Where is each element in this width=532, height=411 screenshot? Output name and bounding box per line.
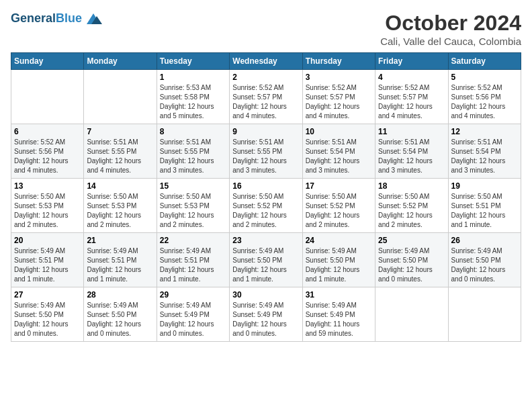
day-info: Sunrise: 5:52 AM Sunset: 5:57 PM Dayligh… — [232, 83, 299, 121]
day-info: Sunrise: 5:51 AM Sunset: 5:54 PM Dayligh… — [451, 138, 518, 175]
day-number: 27 — [14, 290, 81, 300]
day-number: 5 — [451, 73, 518, 82]
calendar-header-row: SundayMondayTuesdayWednesdayThursdayFrid… — [11, 53, 521, 70]
calendar-cell: 16Sunrise: 5:50 AM Sunset: 5:52 PM Dayli… — [230, 179, 302, 233]
calendar-cell — [84, 70, 157, 124]
day-info: Sunrise: 5:51 AM Sunset: 5:54 PM Dayligh… — [378, 138, 445, 175]
calendar-cell: 6Sunrise: 5:52 AM Sunset: 5:56 PM Daylig… — [11, 124, 84, 179]
day-number: 2 — [232, 73, 299, 82]
calendar-week-row: 13Sunrise: 5:50 AM Sunset: 5:53 PM Dayli… — [11, 179, 521, 233]
day-info: Sunrise: 5:50 AM Sunset: 5:52 PM Dayligh… — [232, 192, 299, 230]
day-info: Sunrise: 5:50 AM Sunset: 5:53 PM Dayligh… — [87, 192, 153, 230]
calendar-cell: 10Sunrise: 5:51 AM Sunset: 5:54 PM Dayli… — [302, 124, 375, 179]
logo-text: GeneralBlue — [11, 12, 82, 26]
day-number: 10 — [306, 127, 372, 136]
day-info: Sunrise: 5:49 AM Sunset: 5:50 PM Dayligh… — [451, 246, 518, 284]
day-number: 6 — [14, 127, 81, 136]
calendar-cell: 15Sunrise: 5:50 AM Sunset: 5:53 PM Dayli… — [157, 179, 229, 233]
calendar-cell: 31Sunrise: 5:49 AM Sunset: 5:49 PM Dayli… — [302, 287, 375, 342]
day-number: 1 — [160, 73, 226, 82]
location-title: Cali, Valle del Cauca, Colombia — [380, 36, 521, 47]
calendar-cell: 9Sunrise: 5:51 AM Sunset: 5:55 PM Daylig… — [230, 124, 302, 179]
day-info: Sunrise: 5:52 AM Sunset: 5:57 PM Dayligh… — [378, 83, 445, 121]
calendar-cell: 20Sunrise: 5:49 AM Sunset: 5:51 PM Dayli… — [11, 233, 84, 287]
calendar-cell — [11, 70, 84, 124]
calendar-cell: 2Sunrise: 5:52 AM Sunset: 5:57 PM Daylig… — [230, 70, 302, 124]
day-number: 23 — [232, 236, 299, 245]
day-header-sunday: Sunday — [11, 53, 84, 70]
day-header-thursday: Thursday — [302, 53, 375, 70]
day-number: 4 — [378, 73, 445, 82]
day-number: 25 — [378, 236, 445, 245]
month-title: October 2024 — [380, 11, 521, 36]
day-info: Sunrise: 5:49 AM Sunset: 5:50 PM Dayligh… — [378, 246, 445, 284]
calendar-week-row: 27Sunrise: 5:49 AM Sunset: 5:50 PM Dayli… — [11, 287, 521, 342]
day-info: Sunrise: 5:51 AM Sunset: 5:55 PM Dayligh… — [160, 138, 226, 175]
calendar-cell: 25Sunrise: 5:49 AM Sunset: 5:50 PM Dayli… — [375, 233, 448, 287]
day-info: Sunrise: 5:52 AM Sunset: 5:56 PM Dayligh… — [451, 83, 518, 121]
day-info: Sunrise: 5:49 AM Sunset: 5:50 PM Dayligh… — [14, 301, 81, 338]
calendar-cell: 7Sunrise: 5:51 AM Sunset: 5:55 PM Daylig… — [84, 124, 157, 179]
day-info: Sunrise: 5:52 AM Sunset: 5:56 PM Dayligh… — [14, 138, 81, 175]
day-number: 3 — [306, 73, 372, 82]
day-info: Sunrise: 5:50 AM Sunset: 5:52 PM Dayligh… — [378, 192, 445, 230]
calendar-cell: 8Sunrise: 5:51 AM Sunset: 5:55 PM Daylig… — [157, 124, 229, 179]
calendar-cell: 19Sunrise: 5:50 AM Sunset: 5:51 PM Dayli… — [448, 179, 521, 233]
day-header-wednesday: Wednesday — [230, 53, 302, 70]
day-info: Sunrise: 5:53 AM Sunset: 5:58 PM Dayligh… — [160, 83, 226, 121]
day-number: 26 — [451, 236, 518, 245]
calendar-cell: 5Sunrise: 5:52 AM Sunset: 5:56 PM Daylig… — [448, 70, 521, 124]
day-number: 12 — [451, 127, 518, 136]
calendar-cell — [375, 287, 448, 342]
day-info: Sunrise: 5:51 AM Sunset: 5:55 PM Dayligh… — [87, 138, 153, 175]
day-header-monday: Monday — [84, 53, 157, 70]
day-info: Sunrise: 5:49 AM Sunset: 5:49 PM Dayligh… — [232, 301, 299, 338]
calendar-cell: 17Sunrise: 5:50 AM Sunset: 5:52 PM Dayli… — [302, 179, 375, 233]
day-info: Sunrise: 5:49 AM Sunset: 5:50 PM Dayligh… — [87, 301, 153, 338]
calendar: SundayMondayTuesdayWednesdayThursdayFrid… — [11, 52, 521, 342]
day-header-tuesday: Tuesday — [157, 53, 229, 70]
calendar-cell — [448, 287, 521, 342]
day-info: Sunrise: 5:50 AM Sunset: 5:51 PM Dayligh… — [451, 192, 518, 230]
calendar-week-row: 1Sunrise: 5:53 AM Sunset: 5:58 PM Daylig… — [11, 70, 521, 124]
calendar-week-row: 6Sunrise: 5:52 AM Sunset: 5:56 PM Daylig… — [11, 124, 521, 179]
day-info: Sunrise: 5:50 AM Sunset: 5:53 PM Dayligh… — [160, 192, 226, 230]
day-info: Sunrise: 5:49 AM Sunset: 5:49 PM Dayligh… — [160, 301, 226, 338]
day-number: 21 — [87, 236, 153, 245]
day-number: 16 — [232, 181, 299, 191]
day-number: 13 — [14, 181, 81, 191]
calendar-cell: 3Sunrise: 5:52 AM Sunset: 5:57 PM Daylig… — [302, 70, 375, 124]
calendar-cell: 21Sunrise: 5:49 AM Sunset: 5:51 PM Dayli… — [84, 233, 157, 287]
day-info: Sunrise: 5:49 AM Sunset: 5:50 PM Dayligh… — [232, 246, 299, 284]
day-number: 31 — [306, 290, 372, 300]
calendar-cell: 27Sunrise: 5:49 AM Sunset: 5:50 PM Dayli… — [11, 287, 84, 342]
calendar-cell: 30Sunrise: 5:49 AM Sunset: 5:49 PM Dayli… — [230, 287, 302, 342]
day-number: 28 — [87, 290, 153, 300]
day-number: 17 — [306, 181, 372, 191]
day-header-saturday: Saturday — [448, 53, 521, 70]
day-number: 18 — [378, 181, 445, 191]
day-number: 7 — [87, 127, 153, 136]
day-info: Sunrise: 5:50 AM Sunset: 5:53 PM Dayligh… — [14, 192, 81, 230]
title-area: October 2024 Cali, Valle del Cauca, Colo… — [380, 11, 521, 47]
logo-icon — [83, 11, 103, 27]
day-info: Sunrise: 5:51 AM Sunset: 5:55 PM Dayligh… — [232, 138, 299, 175]
calendar-cell: 28Sunrise: 5:49 AM Sunset: 5:50 PM Dayli… — [84, 287, 157, 342]
day-info: Sunrise: 5:51 AM Sunset: 5:54 PM Dayligh… — [306, 138, 372, 175]
day-info: Sunrise: 5:49 AM Sunset: 5:51 PM Dayligh… — [87, 246, 153, 284]
day-number: 8 — [160, 127, 226, 136]
calendar-cell: 18Sunrise: 5:50 AM Sunset: 5:52 PM Dayli… — [375, 179, 448, 233]
day-info: Sunrise: 5:49 AM Sunset: 5:50 PM Dayligh… — [306, 246, 372, 284]
calendar-cell: 26Sunrise: 5:49 AM Sunset: 5:50 PM Dayli… — [448, 233, 521, 287]
day-number: 14 — [87, 181, 153, 191]
day-number: 20 — [14, 236, 81, 245]
calendar-cell: 24Sunrise: 5:49 AM Sunset: 5:50 PM Dayli… — [302, 233, 375, 287]
day-number: 22 — [160, 236, 226, 245]
calendar-cell: 1Sunrise: 5:53 AM Sunset: 5:58 PM Daylig… — [157, 70, 229, 124]
calendar-cell: 11Sunrise: 5:51 AM Sunset: 5:54 PM Dayli… — [375, 124, 448, 179]
day-number: 19 — [451, 181, 518, 191]
calendar-cell: 22Sunrise: 5:49 AM Sunset: 5:51 PM Dayli… — [157, 233, 229, 287]
day-info: Sunrise: 5:49 AM Sunset: 5:51 PM Dayligh… — [14, 246, 81, 284]
calendar-week-row: 20Sunrise: 5:49 AM Sunset: 5:51 PM Dayli… — [11, 233, 521, 287]
day-info: Sunrise: 5:49 AM Sunset: 5:49 PM Dayligh… — [306, 301, 372, 338]
